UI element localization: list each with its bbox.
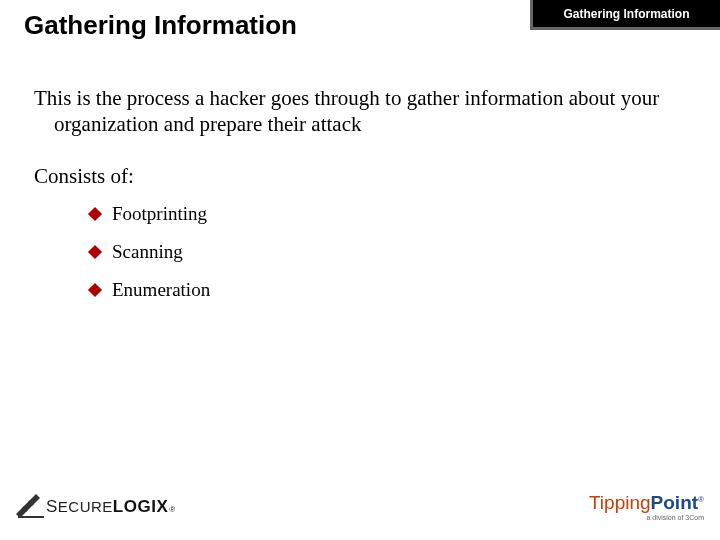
registered-icon: ®: [169, 505, 175, 514]
slide-body: This is the process a hacker goes throug…: [0, 41, 720, 301]
header-corner-band: Gathering Information: [530, 0, 720, 30]
bullet-label: Enumeration: [112, 279, 210, 301]
list-item: Enumeration: [90, 279, 690, 301]
logo-text-part: Point: [651, 492, 699, 513]
header-corner-label: Gathering Information: [564, 7, 690, 21]
registered-icon: ®: [698, 495, 704, 504]
svg-rect-3: [18, 516, 44, 518]
subheading: Consists of:: [34, 164, 690, 189]
diamond-bullet-icon: [88, 282, 102, 296]
bullet-list: Footprinting Scanning Enumeration: [34, 203, 690, 301]
securelogix-mark-icon: [16, 494, 44, 520]
footer: SECURELOGIX® TippingPoint® a division of…: [0, 484, 720, 530]
list-item: Scanning: [90, 241, 690, 263]
tippingpoint-logo: TippingPoint® a division of 3Com: [589, 493, 704, 521]
logo-text-part: LOGIX: [113, 497, 168, 517]
tippingpoint-text: TippingPoint®: [589, 493, 704, 512]
diamond-bullet-icon: [88, 206, 102, 220]
logo-text-part: SECURE: [46, 497, 113, 517]
tippingpoint-subtext: a division of 3Com: [646, 514, 704, 521]
securelogix-logo: SECURELOGIX®: [16, 494, 176, 520]
bullet-label: Scanning: [112, 241, 183, 263]
logo-text-part: Tipping: [589, 492, 651, 513]
diamond-bullet-icon: [88, 244, 102, 258]
list-item: Footprinting: [90, 203, 690, 225]
securelogix-text: SECURELOGIX®: [46, 497, 176, 517]
bullet-label: Footprinting: [112, 203, 207, 225]
intro-paragraph: This is the process a hacker goes throug…: [34, 85, 690, 138]
